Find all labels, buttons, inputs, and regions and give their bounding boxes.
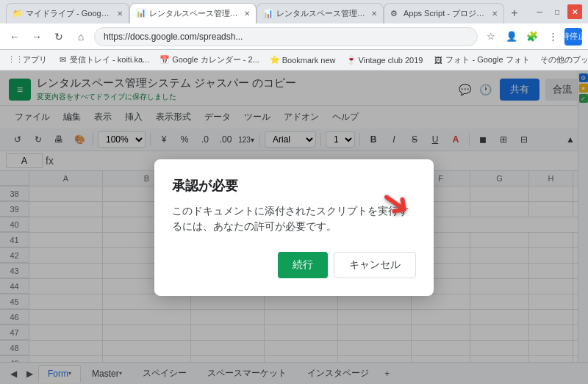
bookmark-vintage-label: Vintage club 2019 bbox=[359, 56, 423, 65]
browser-addressbar: ← → ↻ ⌂ ☆ 👤 🧩 ⋮ 一時停止中 bbox=[0, 23, 588, 50]
address-bar[interactable] bbox=[94, 27, 478, 46]
tab-spreadsheet-2[interactable]: 📊 レンタルスペース管理システ... ✕ bbox=[257, 3, 384, 23]
photos-favicon: 🖼 bbox=[433, 55, 443, 65]
tab-mydrive[interactable]: 📁 マイドライブ - Google ドラ... ✕ bbox=[6, 3, 129, 23]
accounts-icon[interactable]: 👤 bbox=[503, 28, 520, 46]
browser-toolbar-icons: ☆ 👤 🧩 ⋮ 一時停止中 bbox=[482, 28, 582, 46]
close-button[interactable]: ✕ bbox=[567, 4, 582, 19]
extension-icon[interactable]: 🧩 bbox=[523, 28, 541, 46]
gmail-favicon: ✉ bbox=[57, 55, 68, 65]
modal-cancel-button[interactable]: キャンセル bbox=[334, 252, 416, 278]
bookmark-calendar[interactable]: 📅 Google カレンダー - 2... bbox=[155, 52, 264, 68]
pause-button[interactable]: 一時停止中 bbox=[564, 28, 582, 46]
tab-close-sheets2[interactable]: ✕ bbox=[371, 10, 377, 18]
maximize-button[interactable]: □ bbox=[550, 4, 564, 19]
tab-close-apps[interactable]: ✕ bbox=[492, 10, 498, 18]
browser-window: 📁 マイドライブ - Google ドラ... ✕ 📊 レンタルスペース管理シス… bbox=[0, 0, 588, 384]
bookmark-new[interactable]: ⭐ Bookmark new bbox=[265, 53, 340, 68]
tab-close-sheets[interactable]: ✕ bbox=[244, 10, 250, 18]
bookmark-new-label: Bookmark new bbox=[282, 56, 336, 65]
bookmark-photos[interactable]: 🖼 フォト - Google フォト bbox=[429, 52, 534, 68]
tab-label-apps: Apps Script - プロジェクト... bbox=[404, 8, 486, 19]
bookmark-new-favicon: ⭐ bbox=[270, 55, 280, 65]
tab-label-sheets2: レンタルスペース管理システ... bbox=[276, 8, 365, 19]
tab-label-sheets: レンタルスペース管理システ... bbox=[149, 8, 238, 19]
browser-titlebar: 📁 マイドライブ - Google ドラ... ✕ 📊 レンタルスペース管理シス… bbox=[0, 0, 588, 23]
tab-close-mydrive[interactable]: ✕ bbox=[117, 10, 123, 18]
modal-overlay: 承認が必要 このドキュメントに添付されたスクリプトを実行するには、あなたの許可が… bbox=[0, 70, 588, 384]
minimize-button[interactable]: ─ bbox=[532, 4, 547, 19]
bookmark-gmail[interactable]: ✉ 受信トレイ - koiti.ka... bbox=[53, 52, 154, 68]
calendar-favicon: 📅 bbox=[159, 55, 170, 65]
modal-dialog: 承認が必要 このドキュメントに添付されたスクリプトを実行するには、あなたの許可が… bbox=[154, 159, 434, 296]
bookmark-others-label: その他のブックマーク bbox=[540, 54, 588, 65]
browser-tabs: 📁 マイドライブ - Google ドラ... ✕ 📊 レンタルスペース管理シス… bbox=[6, 0, 525, 23]
tab-favicon-apps: ⚙ bbox=[390, 9, 401, 19]
window-controls: ─ □ ✕ bbox=[532, 4, 582, 19]
tab-apps-script[interactable]: ⚙ Apps Script - プロジェクト... ✕ bbox=[384, 3, 504, 23]
bookmark-gmail-label: 受信トレイ - koiti.ka... bbox=[70, 54, 149, 65]
forward-button[interactable]: → bbox=[28, 28, 46, 46]
back-button[interactable]: ← bbox=[6, 28, 24, 46]
home-button[interactable]: ⌂ bbox=[72, 28, 90, 46]
modal-footer: 続行 キャンセル bbox=[172, 252, 416, 278]
new-tab-button[interactable]: + bbox=[504, 3, 525, 23]
bookmark-photos-label: フォト - Google フォト bbox=[445, 54, 529, 65]
tab-favicon-mydrive: 📁 bbox=[12, 9, 23, 19]
modal-body: このドキュメントに添付されたスクリプトを実行するには、あなたの許可が必要です。 bbox=[172, 203, 416, 234]
tab-favicon-sheets2: 📊 bbox=[263, 9, 273, 19]
bookmark-apps[interactable]: ⋮⋮ アプリ bbox=[6, 52, 51, 68]
modal-confirm-button[interactable]: 続行 bbox=[278, 252, 328, 278]
bookmark-calendar-label: Google カレンダー - 2... bbox=[172, 54, 259, 65]
apps-favicon: ⋮⋮ bbox=[10, 55, 21, 65]
spreadsheet-app: ≡ レンタルスペース管理システム ジャスパー のコピー 変更内容をすべてドライブ… bbox=[0, 70, 588, 384]
bookmark-apps-label: アプリ bbox=[23, 54, 47, 65]
bookmarks-bar: ⋮⋮ アプリ ✉ 受信トレイ - koiti.ka... 📅 Google カレ… bbox=[0, 50, 588, 70]
bookmark-others[interactable]: その他のブックマーク bbox=[536, 52, 588, 68]
tab-favicon-sheets: 📊 bbox=[136, 8, 146, 18]
star-icon[interactable]: ☆ bbox=[482, 28, 500, 46]
modal-title: 承認が必要 bbox=[172, 177, 416, 195]
refresh-button[interactable]: ↻ bbox=[50, 28, 68, 46]
vintage-favicon: 🍷 bbox=[346, 55, 356, 65]
bookmark-vintage[interactable]: 🍷 Vintage club 2019 bbox=[342, 53, 428, 68]
tab-spreadsheet-active[interactable]: 📊 レンタルスペース管理システ... ✕ bbox=[129, 3, 257, 23]
tab-label-mydrive: マイドライブ - Google ドラ... bbox=[26, 8, 111, 19]
